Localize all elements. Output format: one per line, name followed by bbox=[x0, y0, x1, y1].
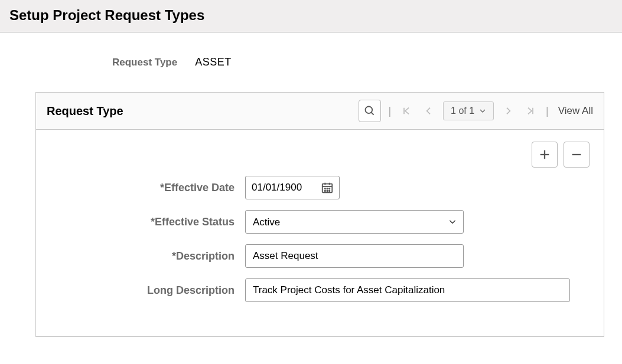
panel-title: Request Type bbox=[47, 104, 123, 118]
pager-text: 1 of 1 bbox=[451, 106, 474, 116]
calendar-icon bbox=[321, 181, 334, 194]
effective-date-label: *Effective Date bbox=[50, 182, 245, 194]
svg-point-15 bbox=[327, 191, 327, 191]
request-type-value: ASSET bbox=[195, 56, 232, 68]
prev-row-button[interactable] bbox=[421, 103, 437, 119]
description-input[interactable] bbox=[245, 244, 464, 268]
svg-point-14 bbox=[325, 191, 325, 191]
content-area: Request Type ASSET Request Type | 1 of 1 bbox=[0, 32, 622, 355]
svg-point-0 bbox=[366, 107, 373, 114]
delete-row-button[interactable] bbox=[564, 142, 590, 168]
minus-icon bbox=[570, 148, 583, 161]
svg-point-16 bbox=[329, 191, 330, 191]
first-icon bbox=[402, 106, 411, 116]
effective-date-field-wrap bbox=[245, 176, 340, 199]
page-title: Setup Project Request Types bbox=[9, 7, 613, 24]
page-header: Setup Project Request Types bbox=[0, 0, 622, 32]
add-row-button[interactable] bbox=[532, 142, 558, 168]
long-description-row: Long Description bbox=[50, 278, 590, 302]
long-description-label: Long Description bbox=[50, 284, 245, 297]
next-row-button[interactable] bbox=[500, 103, 516, 119]
last-row-button[interactable] bbox=[522, 103, 539, 119]
svg-point-12 bbox=[327, 188, 327, 189]
description-row: *Description bbox=[50, 244, 590, 268]
panel-header: Request Type | 1 of 1 bbox=[36, 93, 604, 130]
request-type-display: Request Type ASSET bbox=[112, 56, 604, 68]
svg-point-11 bbox=[325, 188, 325, 189]
request-type-panel: Request Type | 1 of 1 bbox=[35, 92, 604, 337]
chevron-down-icon bbox=[479, 107, 486, 114]
svg-line-1 bbox=[372, 113, 374, 115]
calendar-button[interactable] bbox=[317, 177, 338, 198]
effective-status-wrap: Active bbox=[245, 210, 464, 234]
chevron-right-icon bbox=[503, 106, 513, 116]
view-all-link[interactable]: View All bbox=[558, 105, 593, 117]
last-icon bbox=[526, 106, 535, 116]
effective-status-label: *Effective Status bbox=[50, 216, 245, 228]
request-type-label: Request Type bbox=[112, 57, 177, 68]
effective-date-row: *Effective Date bbox=[50, 176, 590, 199]
search-icon bbox=[364, 105, 376, 117]
description-label: *Description bbox=[50, 250, 245, 263]
find-button[interactable] bbox=[359, 100, 381, 122]
chevron-left-icon bbox=[424, 106, 434, 116]
panel-controls: | 1 of 1 | View All bbox=[359, 100, 593, 122]
pager-dropdown[interactable]: 1 of 1 bbox=[443, 101, 494, 120]
effective-status-row: *Effective Status Active bbox=[50, 210, 590, 234]
toolbar-divider: | bbox=[545, 105, 550, 117]
toolbar-divider: | bbox=[387, 105, 392, 117]
first-row-button[interactable] bbox=[398, 103, 415, 119]
svg-point-13 bbox=[329, 188, 330, 189]
effective-date-input[interactable] bbox=[246, 178, 317, 197]
panel-body: *Effective Date bbox=[36, 130, 604, 336]
row-actions bbox=[50, 142, 590, 168]
plus-icon bbox=[538, 148, 551, 161]
long-description-input[interactable] bbox=[245, 278, 570, 302]
effective-status-select[interactable]: Active bbox=[245, 210, 464, 234]
